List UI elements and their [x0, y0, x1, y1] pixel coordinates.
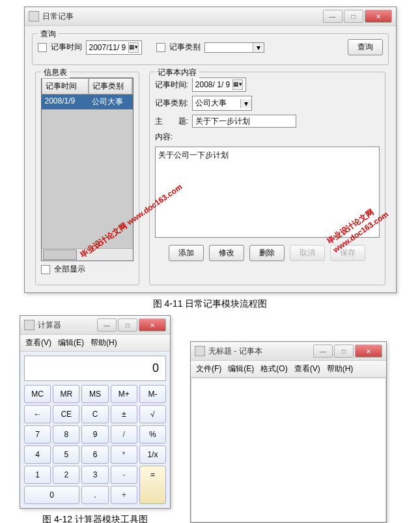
calc-mul[interactable]: * — [111, 445, 137, 464]
calc-pct[interactable]: % — [139, 425, 166, 444]
query-legend: 查询 — [38, 29, 59, 40]
info-legend: 信息表 — [41, 67, 70, 78]
category-combo[interactable]: ▾ — [204, 42, 264, 53]
cell-cat: 公司大事 — [89, 94, 132, 109]
figure-caption-1: 图 4-11 日常记事模块流程图 — [7, 298, 413, 310]
date-value: 2007/11/ 9 — [89, 43, 126, 52]
calc-6[interactable]: 6 — [81, 445, 108, 464]
calc-dot[interactable]: . — [81, 486, 108, 504]
calc-2[interactable]: 2 — [53, 466, 79, 484]
query-button[interactable]: 查询 — [348, 39, 383, 55]
app-icon — [29, 11, 39, 21]
subject-label: 主 题: — [155, 116, 188, 127]
data-grid[interactable]: 记事时间 记事类别 关 2008/1/9 公司大事 关 — [41, 78, 133, 261]
subject-input[interactable] — [192, 115, 296, 128]
calc-0[interactable]: 0 — [24, 486, 79, 504]
horizontal-scrollbar[interactable] — [42, 248, 133, 261]
calc-recip[interactable]: 1/x — [139, 445, 166, 464]
notepad-editor[interactable] — [191, 378, 386, 522]
content-cat-value: 公司大事 — [193, 96, 240, 110]
cell-extra: 关 — [132, 94, 133, 109]
content-textarea[interactable]: 关于公司一下步计划 — [155, 147, 380, 238]
menu-edit[interactable]: 编辑(E) — [228, 363, 254, 375]
content-legend: 记事本内容 — [155, 67, 199, 78]
menu-view[interactable]: 查看(V) — [294, 363, 320, 375]
time-label: 记事时间 — [51, 42, 82, 53]
show-all-checkbox[interactable] — [41, 265, 50, 274]
menu-help[interactable]: 帮助(H) — [327, 363, 354, 375]
notepad-window: 无标题 - 记事本 — □ ✕ 文件(F) 编辑(E) 格式(O) 查看(V) … — [190, 341, 387, 523]
notepad-title: 无标题 - 记事本 — [208, 346, 313, 357]
calc-back[interactable]: ← — [24, 405, 51, 423]
add-button[interactable]: 添加 — [169, 245, 204, 261]
notepad-icon — [195, 346, 205, 356]
menu-help[interactable]: 帮助(H) — [91, 337, 117, 348]
query-date-picker[interactable]: 2007/11/ 9 ▦▾ — [86, 40, 143, 55]
menu-format[interactable]: 格式(O) — [260, 363, 287, 375]
daily-notes-window: 日常记事 — □ ✕ 查询 记事时间 2007/11/ 9 ▦▾ 记事类别 — [24, 7, 397, 293]
calc-8[interactable]: 8 — [53, 425, 79, 444]
calc-eq[interactable]: = — [139, 466, 166, 504]
grid-header: 记事时间 记事类别 关 — [42, 78, 133, 94]
delete-button[interactable]: 删除 — [249, 245, 285, 261]
calc-ce[interactable]: CE — [53, 405, 79, 423]
calc-add[interactable]: + — [111, 486, 137, 504]
content-category-combo[interactable]: 公司大事 ▾ — [192, 96, 252, 111]
menu-file[interactable]: 文件(F) — [196, 363, 221, 375]
calc-min-button[interactable]: — — [97, 318, 117, 332]
col-time[interactable]: 记事时间 — [42, 78, 89, 94]
calc-5[interactable]: 5 — [53, 445, 79, 464]
calc-sub[interactable]: - — [111, 466, 137, 484]
calc-mr[interactable]: MR — [53, 385, 79, 403]
notepad-titlebar[interactable]: 无标题 - 记事本 — □ ✕ — [191, 342, 386, 361]
calc-keypad: MC MR MS M+ M- ← CE C ± √ 7 8 9 / % 4 5 — [24, 385, 166, 504]
chevron-down-icon: ▾ — [253, 43, 264, 52]
maximize-button[interactable]: □ — [344, 10, 363, 23]
calc-c[interactable]: C — [81, 405, 108, 423]
content-group: 记事本内容 记事时间: 2008/ 1/ 9 ▦▾ 记事类别: 公司大事 ▾ — [149, 72, 385, 285]
calc-3[interactable]: 3 — [81, 466, 108, 484]
content-date-picker[interactable]: 2008/ 1/ 9 ▦▾ — [192, 78, 246, 92]
calc-ms[interactable]: MS — [81, 385, 108, 403]
calc-title: 计算器 — [38, 320, 97, 331]
combo-text — [205, 46, 253, 49]
save-button[interactable]: 保存 — [330, 245, 365, 261]
notepad-close-button[interactable]: ✕ — [355, 345, 382, 358]
calc-close-button[interactable]: ✕ — [139, 318, 166, 332]
time-checkbox[interactable] — [38, 43, 47, 52]
col-extra[interactable]: 关 — [132, 78, 133, 94]
content-date-btn[interactable]: ▦▾ — [232, 79, 243, 90]
body-label: 内容: — [155, 132, 173, 143]
calc-sqrt[interactable]: √ — [139, 405, 166, 423]
window-title: 日常记事 — [42, 11, 323, 22]
calc-titlebar[interactable]: 计算器 — □ ✕ — [20, 316, 170, 335]
close-button[interactable]: ✕ — [365, 10, 392, 23]
notepad-max-button[interactable]: □ — [334, 345, 354, 358]
content-cat-label: 记事类别: — [155, 98, 188, 109]
calc-9[interactable]: 9 — [81, 425, 108, 444]
minimize-button[interactable]: — — [323, 10, 343, 23]
calc-mc[interactable]: MC — [24, 385, 51, 403]
col-category[interactable]: 记事类别 — [89, 78, 132, 94]
cancel-button[interactable]: 取消 — [290, 245, 325, 261]
calc-mplus[interactable]: M+ — [111, 385, 137, 403]
calc-neg[interactable]: ± — [111, 405, 137, 423]
calc-menubar: 查看(V) 编辑(E) 帮助(H) — [20, 335, 170, 352]
date-dropdown-icon[interactable]: ▦▾ — [128, 42, 139, 53]
titlebar[interactable]: 日常记事 — □ ✕ — [25, 7, 396, 26]
cell-time: 2008/1/9 — [42, 94, 89, 109]
edit-button[interactable]: 修改 — [209, 245, 244, 261]
table-row[interactable]: 2008/1/9 公司大事 关 — [42, 94, 133, 109]
calc-div[interactable]: / — [111, 425, 137, 444]
calc-1[interactable]: 1 — [24, 466, 51, 484]
menu-edit[interactable]: 编辑(E) — [58, 337, 84, 348]
scroll-thumb[interactable] — [43, 249, 77, 260]
calc-4[interactable]: 4 — [24, 445, 51, 464]
calc-7[interactable]: 7 — [24, 425, 51, 444]
menu-view[interactable]: 查看(V) — [25, 337, 51, 348]
calc-mminus[interactable]: M- — [139, 385, 166, 403]
notepad-min-button[interactable]: — — [313, 345, 333, 358]
category-checkbox[interactable] — [156, 43, 165, 52]
content-date-value: 2008/ 1/ 9 — [195, 80, 230, 89]
calc-max-button[interactable]: □ — [118, 318, 137, 332]
